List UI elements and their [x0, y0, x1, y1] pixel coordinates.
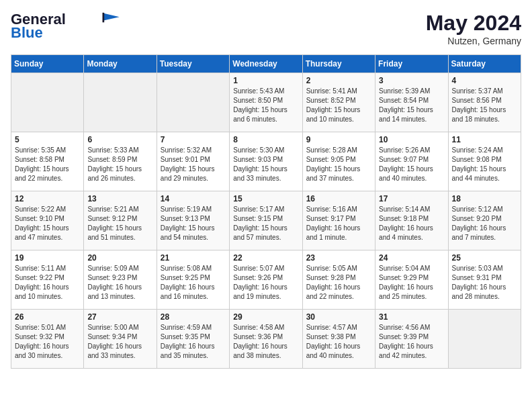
calendar-cell: 18Sunrise: 5:12 AM Sunset: 9:20 PM Dayli… [448, 191, 521, 250]
day-info: Sunrise: 5:17 AM Sunset: 9:15 PM Dayligh… [233, 205, 298, 242]
day-number: 28 [161, 312, 226, 322]
calendar-cell: 13Sunrise: 5:21 AM Sunset: 9:12 PM Dayli… [84, 191, 157, 250]
day-number: 4 [452, 76, 517, 85]
title-block: May 2024 Nutzen, Germany [426, 11, 521, 46]
calendar-cell: 24Sunrise: 5:04 AM Sunset: 9:29 PM Dayli… [375, 250, 448, 310]
calendar-cell [448, 310, 521, 369]
day-number: 6 [87, 135, 152, 144]
day-info: Sunrise: 5:04 AM Sunset: 9:29 PM Dayligh… [379, 264, 444, 302]
day-info: Sunrise: 5:19 AM Sunset: 9:13 PM Dayligh… [161, 205, 226, 242]
day-info: Sunrise: 5:35 AM Sunset: 8:58 PM Dayligh… [15, 146, 80, 183]
day-info: Sunrise: 5:30 AM Sunset: 9:03 PM Dayligh… [233, 146, 298, 183]
day-number: 5 [15, 135, 80, 144]
calendar-cell: 28Sunrise: 4:59 AM Sunset: 9:35 PM Dayli… [157, 310, 229, 369]
day-info: Sunrise: 5:33 AM Sunset: 8:59 PM Dayligh… [87, 146, 152, 183]
day-info: Sunrise: 5:09 AM Sunset: 9:23 PM Dayligh… [87, 264, 152, 302]
calendar-cell: 26Sunrise: 5:01 AM Sunset: 9:32 PM Dayli… [11, 310, 84, 369]
weekday-header: Friday [375, 55, 448, 73]
calendar-cell: 9Sunrise: 5:28 AM Sunset: 9:05 PM Daylig… [302, 132, 375, 191]
day-number: 16 [306, 194, 371, 203]
calendar-cell: 7Sunrise: 5:32 AM Sunset: 9:01 PM Daylig… [157, 132, 229, 191]
calendar-week-row: 26Sunrise: 5:01 AM Sunset: 9:32 PM Dayli… [11, 310, 521, 369]
day-number: 22 [233, 253, 298, 263]
calendar-cell: 20Sunrise: 5:09 AM Sunset: 9:23 PM Dayli… [84, 250, 157, 310]
calendar-cell: 2Sunrise: 5:41 AM Sunset: 8:52 PM Daylig… [302, 73, 375, 132]
calendar-cell [11, 73, 84, 132]
day-number: 30 [306, 312, 371, 322]
calendar-cell: 12Sunrise: 5:22 AM Sunset: 9:10 PM Dayli… [11, 191, 84, 250]
svg-rect-1 [102, 13, 104, 22]
calendar-cell: 11Sunrise: 5:24 AM Sunset: 9:08 PM Dayli… [448, 132, 521, 191]
calendar-cell: 4Sunrise: 5:37 AM Sunset: 8:56 PM Daylig… [448, 73, 521, 132]
calendar-cell: 23Sunrise: 5:05 AM Sunset: 9:28 PM Dayli… [302, 250, 375, 310]
day-info: Sunrise: 5:14 AM Sunset: 9:18 PM Dayligh… [379, 205, 444, 242]
day-info: Sunrise: 4:59 AM Sunset: 9:35 PM Dayligh… [161, 323, 226, 361]
calendar-week-row: 19Sunrise: 5:11 AM Sunset: 9:22 PM Dayli… [11, 250, 521, 310]
day-number: 3 [379, 76, 444, 85]
calendar-table: SundayMondayTuesdayWednesdayThursdayFrid… [11, 54, 521, 369]
day-info: Sunrise: 5:22 AM Sunset: 9:10 PM Dayligh… [15, 205, 80, 242]
day-info: Sunrise: 5:32 AM Sunset: 9:01 PM Dayligh… [161, 146, 226, 183]
day-info: Sunrise: 5:05 AM Sunset: 9:28 PM Dayligh… [306, 264, 371, 302]
day-info: Sunrise: 5:21 AM Sunset: 9:12 PM Dayligh… [87, 205, 152, 242]
day-info: Sunrise: 5:03 AM Sunset: 9:31 PM Dayligh… [452, 264, 517, 302]
calendar-body: 1Sunrise: 5:43 AM Sunset: 8:50 PM Daylig… [11, 73, 521, 369]
day-info: Sunrise: 5:43 AM Sunset: 8:50 PM Dayligh… [233, 87, 298, 124]
calendar-cell: 22Sunrise: 5:07 AM Sunset: 9:26 PM Dayli… [230, 250, 302, 310]
calendar-cell: 29Sunrise: 4:58 AM Sunset: 9:36 PM Dayli… [230, 310, 302, 369]
day-info: Sunrise: 5:37 AM Sunset: 8:56 PM Dayligh… [452, 87, 517, 124]
day-number: 8 [233, 135, 298, 144]
day-number: 7 [161, 135, 226, 144]
day-info: Sunrise: 5:16 AM Sunset: 9:17 PM Dayligh… [306, 205, 371, 242]
day-number: 25 [452, 253, 517, 263]
day-info: Sunrise: 5:07 AM Sunset: 9:26 PM Dayligh… [233, 264, 298, 302]
day-number: 20 [87, 253, 152, 263]
day-info: Sunrise: 5:28 AM Sunset: 9:05 PM Dayligh… [306, 146, 371, 183]
day-number: 2 [306, 76, 371, 85]
weekday-header: Monday [84, 55, 157, 73]
calendar-cell: 14Sunrise: 5:19 AM Sunset: 9:13 PM Dayli… [157, 191, 229, 250]
day-number: 11 [452, 135, 517, 144]
day-number: 24 [379, 253, 444, 263]
day-number: 31 [379, 312, 444, 322]
calendar-cell: 17Sunrise: 5:14 AM Sunset: 9:18 PM Dayli… [375, 191, 448, 250]
page-header: General Blue May 2024 Nutzen, Germany [11, 11, 521, 46]
calendar-cell: 25Sunrise: 5:03 AM Sunset: 9:31 PM Dayli… [448, 250, 521, 310]
day-info: Sunrise: 4:58 AM Sunset: 9:36 PM Dayligh… [233, 323, 298, 361]
day-info: Sunrise: 4:56 AM Sunset: 9:39 PM Dayligh… [379, 323, 444, 361]
calendar-cell: 5Sunrise: 5:35 AM Sunset: 8:58 PM Daylig… [11, 132, 84, 191]
weekday-header: Saturday [448, 55, 521, 73]
day-number: 21 [161, 253, 226, 263]
calendar-week-row: 5Sunrise: 5:35 AM Sunset: 8:58 PM Daylig… [11, 132, 521, 191]
day-info: Sunrise: 5:24 AM Sunset: 9:08 PM Dayligh… [452, 146, 517, 183]
day-number: 29 [233, 312, 298, 322]
calendar-cell: 6Sunrise: 5:33 AM Sunset: 8:59 PM Daylig… [84, 132, 157, 191]
day-number: 12 [15, 194, 80, 203]
day-info: Sunrise: 4:57 AM Sunset: 9:38 PM Dayligh… [306, 323, 371, 361]
location-subtitle: Nutzen, Germany [426, 36, 521, 46]
calendar-cell: 3Sunrise: 5:39 AM Sunset: 8:54 PM Daylig… [375, 73, 448, 132]
day-info: Sunrise: 5:39 AM Sunset: 8:54 PM Dayligh… [379, 87, 444, 124]
weekday-header: Sunday [11, 55, 84, 73]
calendar-cell: 27Sunrise: 5:00 AM Sunset: 9:34 PM Dayli… [84, 310, 157, 369]
calendar-header-row: SundayMondayTuesdayWednesdayThursdayFrid… [11, 55, 521, 73]
day-info: Sunrise: 5:12 AM Sunset: 9:20 PM Dayligh… [452, 205, 517, 242]
day-number: 1 [233, 76, 298, 85]
calendar-cell: 21Sunrise: 5:08 AM Sunset: 9:25 PM Dayli… [157, 250, 229, 310]
calendar-cell [157, 73, 229, 132]
day-info: Sunrise: 5:01 AM Sunset: 9:32 PM Dayligh… [15, 323, 80, 361]
day-number: 13 [87, 194, 152, 203]
day-info: Sunrise: 5:41 AM Sunset: 8:52 PM Dayligh… [306, 87, 371, 124]
day-number: 15 [233, 194, 298, 203]
calendar-week-row: 12Sunrise: 5:22 AM Sunset: 9:10 PM Dayli… [11, 191, 521, 250]
day-number: 27 [87, 312, 152, 322]
day-number: 19 [15, 253, 80, 263]
calendar-cell: 1Sunrise: 5:43 AM Sunset: 8:50 PM Daylig… [230, 73, 302, 132]
calendar-cell [84, 73, 157, 132]
day-number: 17 [379, 194, 444, 203]
logo-flag-icon [102, 12, 121, 24]
day-number: 26 [15, 312, 80, 322]
day-number: 9 [306, 135, 371, 144]
calendar-cell: 8Sunrise: 5:30 AM Sunset: 9:03 PM Daylig… [230, 132, 302, 191]
weekday-header: Thursday [302, 55, 375, 73]
